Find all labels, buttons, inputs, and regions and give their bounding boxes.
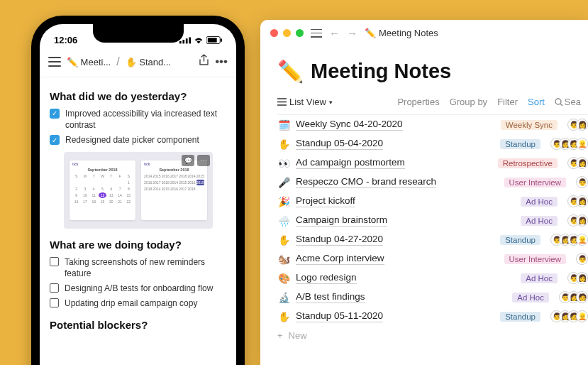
chevron-down-icon: ▾ — [329, 99, 333, 106]
row-tag[interactable]: Retrospective — [498, 158, 558, 168]
list-item[interactable]: 👀Ad campaign postmortemRetrospective👨👩 — [277, 153, 588, 173]
row-tag[interactable]: Standup — [500, 139, 540, 149]
minimize-icon[interactable] — [283, 29, 291, 37]
row-tag[interactable]: Ad Hoc — [521, 273, 558, 283]
phone-notch — [93, 24, 184, 43]
row-title[interactable]: Standup 05-04-2020 — [296, 138, 383, 150]
todo-item[interactable]: Designing A/B tests for onboarding flow — [50, 283, 226, 294]
list-item[interactable]: 🎤Respeczo CMO - brand researchUser Inter… — [277, 173, 588, 192]
nav-back-icon[interactable]: ← — [329, 27, 340, 39]
date-picker-image[interactable]: 💬⋯ tick September 2018 SMTWTFS1234567891… — [64, 152, 213, 229]
hamburger-icon[interactable] — [48, 57, 61, 67]
row-tag[interactable]: Ad Hoc — [521, 216, 558, 226]
row-tag[interactable]: User Interview — [504, 178, 567, 187]
todo-item[interactable]: Updating drip email campaign copy — [50, 298, 226, 309]
row-tag[interactable]: User Interview — [504, 254, 567, 264]
search-button[interactable]: Sea — [555, 97, 581, 107]
sidebar-toggle-icon[interactable] — [311, 29, 322, 38]
list-item[interactable]: ✋Standup 04-27-2020Standup👨👩🧑👱 — [277, 230, 588, 249]
checkbox-checked-icon[interactable]: ✓ — [50, 135, 60, 145]
list-view-icon — [277, 98, 287, 106]
groupby-button[interactable]: Group by — [450, 97, 487, 107]
svg-point-7 — [555, 99, 561, 104]
page-title[interactable]: ✏️ Meeting Notes — [277, 59, 588, 84]
zoom-icon[interactable] — [296, 29, 304, 37]
titlebar-breadcrumb[interactable]: ✏️ Meeting Notes — [365, 28, 438, 38]
row-title[interactable]: Standup 04-27-2020 — [296, 234, 383, 246]
database-controls: List View ▾ Properties Group by Filter S… — [277, 97, 588, 107]
row-avatars: 👨👩🧑👱 — [550, 310, 588, 322]
row-tag[interactable]: Standup — [500, 235, 540, 245]
nav-forward-icon[interactable]: → — [347, 27, 357, 39]
row-title[interactable]: Ad campaign postmortem — [296, 157, 405, 169]
close-icon[interactable] — [270, 29, 278, 37]
done-item[interactable]: ✓ Redesigned date picker component — [50, 134, 226, 146]
row-title[interactable]: Acme Corp interview — [296, 253, 384, 265]
doc-body[interactable]: What did we do yesterday? ✓ Improved acc… — [40, 77, 236, 365]
list-item[interactable]: ✋Standup 05-11-2020Standup👨👩🧑👱 — [277, 307, 588, 326]
checkbox-checked-icon[interactable]: ✓ — [50, 109, 60, 119]
svg-rect-2 — [186, 38, 188, 43]
row-icon: 🐿️ — [277, 254, 290, 265]
row-tag[interactable]: Standup — [500, 312, 540, 322]
share-icon[interactable] — [199, 54, 209, 70]
breadcrumb-current[interactable]: ✋ Stand... — [126, 57, 171, 67]
list-item[interactable]: ✋Standup 05-04-2020Standup👨👩🧑👱 — [277, 134, 588, 153]
list-item[interactable]: 🐿️Acme Corp interviewUser Interview👨 — [277, 249, 588, 268]
row-title[interactable]: Logo redesign — [296, 272, 357, 284]
avatar: 👨 — [576, 253, 588, 265]
list-item[interactable]: 🔬A/B test findingsAd Hoc👨👩🧑 — [277, 288, 588, 307]
row-title[interactable]: A/B test findings — [296, 291, 365, 303]
avatar: 🧑 — [576, 291, 588, 303]
breadcrumb-parent[interactable]: ✏️ Meeti... — [67, 57, 111, 67]
properties-button[interactable]: Properties — [397, 97, 439, 107]
image-block-controls[interactable]: 💬⋯ — [182, 155, 210, 166]
list-item[interactable]: 🌧️Campaign brainstormAd Hoc👨👩 — [277, 211, 588, 230]
image-more-icon[interactable]: ⋯ — [197, 155, 210, 166]
row-tag[interactable]: Weekly Sync — [501, 120, 558, 130]
avatar: 👩 — [576, 214, 588, 227]
row-tag[interactable]: Ad Hoc — [512, 293, 549, 303]
heading-blockers: Potential blockers? — [50, 319, 226, 331]
list-item[interactable]: 🗓️Weekly Sync 04-20-2020Weekly Sync👨👩 — [277, 115, 588, 134]
new-row-button[interactable]: + New — [277, 326, 588, 345]
row-avatars: 👨👩 — [567, 119, 588, 131]
wifi-icon — [194, 36, 204, 44]
page-icon[interactable]: ✏️ — [277, 59, 304, 84]
row-tag[interactable]: Ad Hoc — [521, 197, 558, 207]
row-avatars: 👨👩 — [567, 157, 588, 169]
svg-rect-1 — [182, 40, 184, 43]
desktop-window: ← → ✏️ Meeting Notes ✏️ Meeting Notes Li… — [260, 20, 588, 365]
checkbox-unchecked-icon[interactable] — [50, 298, 59, 307]
avatar: 👩 — [576, 157, 588, 169]
svg-rect-6 — [221, 38, 222, 42]
checkbox-unchecked-icon[interactable] — [50, 257, 59, 266]
breadcrumb-separator: / — [116, 55, 119, 68]
avatar: 👩 — [576, 119, 588, 131]
list-item[interactable]: 🎉Project kickoffAd Hoc👨👩 — [277, 192, 588, 211]
calendar-preview: tick September 2018 20142015201620172018… — [141, 160, 207, 220]
sort-button[interactable]: Sort — [528, 97, 545, 107]
row-icon: ✋ — [277, 234, 290, 246]
more-icon[interactable]: ••• — [215, 55, 228, 69]
svg-rect-5 — [208, 38, 217, 42]
row-avatars: 👨👩🧑 — [559, 291, 588, 303]
caption-icon[interactable]: 💬 — [182, 155, 194, 166]
filter-button[interactable]: Filter — [497, 97, 518, 107]
row-title[interactable]: Campaign brainstorm — [296, 214, 387, 227]
done-item[interactable]: ✓ Improved accessibility via increased t… — [50, 108, 226, 131]
checkbox-unchecked-icon[interactable] — [50, 283, 59, 293]
svg-line-8 — [560, 104, 562, 106]
row-title[interactable]: Weekly Sync 04-20-2020 — [296, 119, 403, 131]
page-title-text: Meeting Notes — [311, 60, 451, 83]
avatar: 👩 — [576, 272, 588, 284]
list-item[interactable]: 🎨Logo redesignAd Hoc👨👩 — [277, 268, 588, 288]
row-title[interactable]: Respeczo CMO - brand research — [296, 176, 436, 188]
traffic-lights[interactable] — [270, 29, 304, 37]
row-title[interactable]: Standup 05-11-2020 — [296, 310, 383, 322]
status-indicators — [179, 36, 222, 44]
todo-item[interactable]: Taking screenshots of new reminders feat… — [50, 256, 226, 279]
view-switcher[interactable]: List View ▾ — [277, 97, 333, 107]
done-item-text: Improved accessibility via increased tex… — [65, 108, 226, 131]
row-title[interactable]: Project kickoff — [296, 195, 355, 207]
